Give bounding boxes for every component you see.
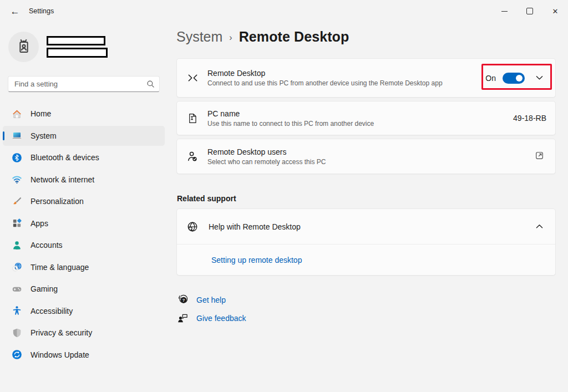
shield-icon [12, 328, 22, 338]
remote-desktop-setting-card[interactable]: Remote Desktop Connect to and use this P… [176, 58, 556, 98]
expand-button[interactable] [532, 71, 546, 85]
minimize-button[interactable] [491, 0, 517, 22]
give-feedback-label: Give feedback [196, 314, 246, 323]
remote-desktop-toggle[interactable] [503, 73, 525, 84]
setting-up-remote-desktop-link[interactable]: Setting up remote desktop [211, 256, 302, 264]
sidebar-item-accounts[interactable]: Accounts [3, 235, 165, 255]
breadcrumb: System › Remote Desktop [176, 29, 349, 45]
setting-description: Use this name to connect to this PC from… [207, 120, 374, 128]
sidebar-item-label: Apps [31, 219, 48, 228]
update-arrows-icon [12, 349, 22, 360]
account-area[interactable] [8, 30, 158, 63]
get-help-label: Get help [196, 296, 226, 304]
sidebar-nav: Home System Bluetooth & devices Network … [3, 104, 165, 366]
back-arrow-icon: ← [11, 6, 20, 17]
redaction-bar [47, 48, 108, 58]
help-item-title: Help with Remote Desktop [209, 222, 301, 231]
sidebar-item-label: Network & internet [31, 175, 94, 184]
person-icon [12, 240, 22, 251]
sidebar-item-windows-update[interactable]: Windows Update [3, 345, 165, 365]
sidebar-item-personalization[interactable]: Personalization [3, 191, 165, 211]
sidebar-item-label: Bluetooth & devices [31, 153, 99, 162]
redaction-bar [47, 36, 105, 45]
search-input[interactable] [8, 76, 160, 92]
sidebar-item-gaming[interactable]: Gaming [3, 279, 165, 299]
brush-icon [12, 196, 22, 207]
sidebar-item-bluetooth-devices[interactable]: Bluetooth & devices [3, 147, 165, 167]
redacted-user-info [47, 36, 108, 58]
sidebar-item-label: Privacy & security [31, 328, 92, 337]
collapse-button[interactable] [532, 220, 546, 234]
back-button[interactable]: ← [6, 2, 24, 20]
sidebar-item-network-internet[interactable]: Network & internet [3, 170, 165, 190]
search-box [8, 76, 160, 92]
svg-text:?: ? [182, 298, 185, 303]
breadcrumb-parent[interactable]: System [176, 29, 222, 45]
web-search-icon [186, 221, 199, 233]
window-title: Settings [29, 0, 54, 22]
window-controls: ✕ [491, 0, 568, 22]
help-expander-row[interactable]: Help with Remote Desktop [177, 209, 555, 244]
chevron-down-icon [536, 74, 543, 82]
help-card: Help with Remote Desktop Setting up remo… [176, 208, 556, 276]
id-badge-icon [15, 38, 33, 55]
sidebar-item-system[interactable]: System [3, 126, 165, 146]
sidebar-item-label: Home [31, 109, 51, 118]
setting-title: PC name [207, 109, 374, 118]
sidebar-item-home[interactable]: Home [3, 104, 165, 124]
related-support-heading: Related support [177, 194, 236, 203]
pc-name-setting-card: PC name Use this name to connect to this… [176, 101, 556, 135]
setting-title: Remote Desktop [207, 69, 443, 78]
gamepad-icon [12, 284, 22, 294]
get-help-link[interactable]: ? Get help [177, 294, 226, 306]
close-icon: ✕ [552, 7, 559, 16]
clock-globe-icon [12, 262, 22, 272]
sidebar: Home System Bluetooth & devices Network … [0, 22, 168, 392]
main-content: System › Remote Desktop Remote Desktop C… [176, 22, 556, 392]
close-button[interactable]: ✕ [542, 0, 568, 22]
sidebar-item-label: System [31, 131, 57, 140]
pc-name-value: 49-18-RB [513, 114, 546, 123]
user-avatar [8, 32, 39, 62]
user-check-icon [186, 150, 199, 162]
give-feedback-link[interactable]: Give feedback [177, 312, 246, 324]
system-icon [12, 130, 22, 141]
sidebar-item-label: Gaming [31, 284, 58, 293]
setting-description: Connect to and use this PC from another … [207, 79, 443, 87]
sidebar-item-privacy-security[interactable]: Privacy & security [3, 323, 165, 343]
bluetooth-icon [12, 152, 22, 163]
setting-title: Remote Desktop users [207, 147, 326, 156]
sidebar-item-label: Windows Update [31, 350, 89, 359]
sidebar-item-apps[interactable]: Apps [3, 213, 165, 233]
setting-description: Select who can remotely access this PC [207, 158, 326, 166]
sidebar-item-label: Accounts [31, 241, 63, 250]
sidebar-item-label: Accessibility [31, 307, 73, 315]
page-title: Remote Desktop [239, 29, 349, 45]
open-external-button[interactable] [532, 149, 546, 164]
minimize-icon [501, 11, 508, 12]
sidebar-item-accessibility[interactable]: Accessibility [3, 301, 165, 321]
remote-desktop-icon [186, 72, 199, 84]
help-expanded-content: Setting up remote desktop [177, 244, 555, 276]
open-external-icon [535, 151, 544, 162]
toggle-state-label: On [485, 74, 496, 83]
titlebar: ← Settings ✕ [0, 0, 568, 22]
remote-desktop-users-card[interactable]: Remote Desktop users Select who can remo… [176, 139, 556, 174]
accessibility-person-icon [12, 306, 22, 316]
sidebar-item-label: Time & language [31, 263, 89, 272]
toggle-knob [516, 75, 523, 82]
feedback-icon [177, 312, 189, 324]
help-bubble-icon: ? [177, 294, 189, 306]
sidebar-item-label: Personalization [31, 197, 84, 206]
maximize-icon [526, 8, 533, 14]
settings-window: ← Settings ✕ [0, 0, 568, 392]
rename-icon [186, 112, 199, 124]
wifi-icon [12, 174, 22, 185]
apps-grid-icon [12, 218, 22, 228]
maximize-button[interactable] [517, 0, 542, 22]
breadcrumb-separator: › [229, 33, 232, 43]
home-icon [12, 109, 22, 119]
remote-desktop-toggle-group: On [485, 71, 546, 85]
sidebar-item-time-language[interactable]: Time & language [3, 257, 165, 277]
chevron-up-icon [536, 222, 543, 231]
